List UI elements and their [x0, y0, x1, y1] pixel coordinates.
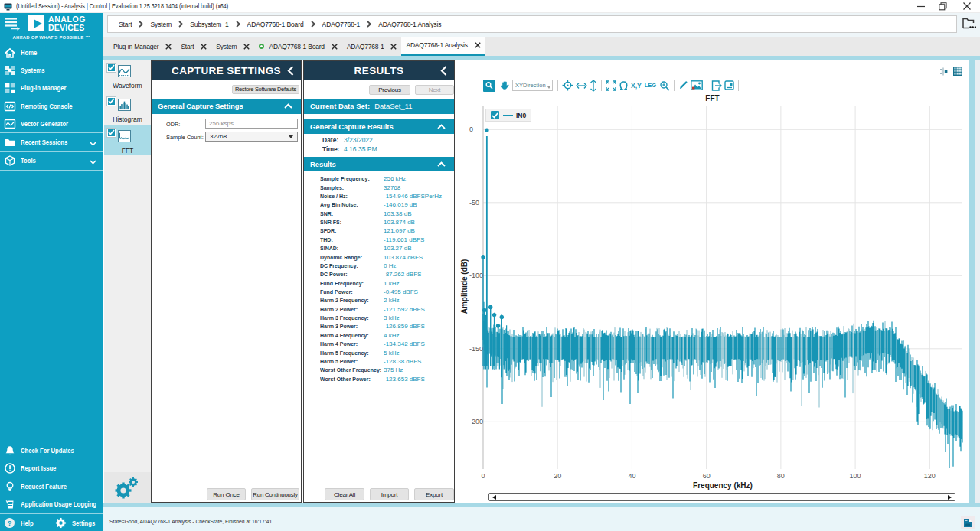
right-margin: [975, 60, 980, 503]
fft-plot[interactable]: [456, 60, 969, 503]
tab-start[interactable]: Start: [176, 37, 211, 56]
sidebar-item-home[interactable]: Home: [0, 44, 103, 61]
clear-all-button[interactable]: Clear All: [325, 488, 364, 500]
run-once-button[interactable]: Run Once: [207, 488, 246, 500]
scroll-left-icon[interactable]: [492, 495, 496, 500]
sidebar-item-tools[interactable]: Tools: [0, 152, 103, 170]
result-value: 0 Hz: [384, 262, 396, 269]
sidebar-item-check-for-updates[interactable]: Check For Updates: [0, 442, 103, 460]
x-tick-label: 40: [616, 472, 647, 480]
minimize-button[interactable]: [910, 0, 932, 12]
tab-close-icon[interactable]: [390, 44, 397, 50]
result-value: -126.859 dBFS: [384, 323, 425, 330]
run-continuously-button[interactable]: Run Continuously: [251, 488, 299, 500]
sidebar-item-systems[interactable]: Systems: [0, 61, 103, 79]
sample-count-select[interactable]: 32768: [205, 132, 298, 142]
results-section-bar[interactable]: Results: [304, 157, 454, 172]
result-row: Worst Other Frequency:375 Hz: [304, 366, 454, 375]
tab-adaq7768-1-analysis[interactable]: ADAQ7768-1 Analysis: [401, 37, 485, 56]
sidebar-item-plug-in-manager[interactable]: Plug-in Manager: [0, 80, 103, 97]
result-label: DC Frequency:: [320, 262, 358, 269]
report-issue-icon: [4, 462, 16, 474]
previous-button[interactable]: Previous: [369, 85, 410, 95]
chart-h-scrollbar[interactable]: [488, 493, 956, 501]
toolstrip-item-fft[interactable]: FFT: [104, 125, 151, 155]
result-label: Harm 2 Power:: [320, 306, 358, 313]
status-tray-icon[interactable]: [961, 516, 975, 529]
breadcrumb-item[interactable]: ADAQ7768-1 Analysis: [378, 21, 441, 28]
tab-close-icon[interactable]: [332, 44, 338, 50]
tab-close-icon[interactable]: [201, 44, 207, 50]
restore-button[interactable]: [932, 0, 953, 12]
general-capture-results-bar[interactable]: General Capture Results: [304, 119, 454, 135]
result-row: SNR FS:103.874 dB: [304, 219, 454, 227]
next-button[interactable]: Next: [415, 85, 454, 95]
breadcrumb-item[interactable]: ADAQ7768-1: [322, 21, 361, 28]
result-row: SFDR:121.097 dB: [304, 227, 454, 236]
breadcrumb-item[interactable]: System: [150, 21, 172, 28]
tab-close-icon[interactable]: [243, 44, 250, 50]
collapse-section-icon[interactable]: [284, 103, 292, 109]
sidebar-item-settings[interactable]: Settings: [51, 515, 98, 531]
breadcrumb-chevron-icon: [236, 21, 240, 28]
sidebar-item-recent-sessions[interactable]: Recent Sessions: [0, 133, 103, 151]
result-value: -128.38 dBFS: [384, 358, 421, 365]
sidebar-item-help[interactable]: ?Help: [0, 515, 34, 531]
breadcrumb-chevron-icon: [139, 21, 143, 28]
odr-input[interactable]: [205, 119, 298, 129]
status-text: State=Good, ADAQ7768-1 Analysis - CheckS…: [109, 518, 272, 525]
breadcrumb-item[interactable]: Start: [119, 21, 132, 28]
general-capture-settings-bar[interactable]: General Capture Settings: [152, 99, 301, 114]
chevron-down-icon[interactable]: [90, 135, 96, 149]
menu-toggle-icon[interactable]: [4, 17, 22, 31]
sidebar-item-remoting-console[interactable]: Remoting Console: [0, 97, 103, 115]
result-label: Harm 4 Frequency:: [320, 332, 369, 339]
sidebar-item-vector-generator[interactable]: Vector Generator: [0, 115, 103, 132]
tab-system[interactable]: System: [211, 37, 254, 56]
result-label: Harm 4 Power:: [320, 340, 358, 347]
time-label: Time:: [322, 145, 340, 153]
recent-sessions-icon: [4, 136, 16, 148]
help-icon: ?: [4, 517, 15, 529]
sidebar-item-application-usage-logging[interactable]: Application Usage Logging: [0, 495, 103, 513]
toolstrip-item-histogram[interactable]: Histogram: [104, 94, 151, 125]
restore-defaults-button[interactable]: Restore Software Defaults: [232, 85, 299, 95]
chevron-down-icon[interactable]: [90, 154, 96, 168]
scroll-right-icon[interactable]: [948, 495, 952, 500]
checkbox-checked-icon[interactable]: [107, 97, 116, 106]
analysis-settings-button[interactable]: [104, 472, 151, 503]
app-window: (Untitled Session) - Analysis | Control …: [0, 0, 980, 531]
tab-close-icon[interactable]: [475, 42, 481, 48]
sidebar-item-label: Help: [21, 520, 34, 527]
tab-close-icon[interactable]: [165, 44, 172, 50]
sidebar-item-report-issue[interactable]: Report Issue: [0, 460, 103, 477]
result-row: Harm 2 Power:-121.592 dBFS: [304, 306, 454, 314]
export-button[interactable]: Export: [414, 488, 454, 500]
session-folder-icon[interactable]: [962, 16, 977, 30]
import-button[interactable]: Import: [370, 488, 409, 500]
collapse-results-panel-icon[interactable]: [440, 66, 447, 76]
tab-adaq7768-1[interactable]: ADAQ7768-1: [342, 37, 402, 56]
tab-adaq7768-1-board[interactable]: ADAQ7768-1 Board: [254, 37, 341, 56]
sidebar-divider: [0, 170, 103, 171]
collapse-general-results-icon[interactable]: [437, 124, 446, 129]
breadcrumb-item[interactable]: Subsystem_1: [190, 21, 228, 28]
collapse-capture-panel-icon[interactable]: [287, 66, 294, 76]
checkbox-checked-icon[interactable]: [107, 129, 116, 137]
sidebar-item-label: Remoting Console: [21, 103, 73, 110]
breadcrumb-item[interactable]: ADAQ7768-1 Board: [247, 21, 304, 28]
sidebar-item-label: Settings: [72, 520, 95, 527]
sidebar-item-request-feature[interactable]: Request Feature: [0, 477, 103, 495]
title-bar: (Untitled Session) - Analysis | Control …: [0, 0, 980, 13]
histogram-thumb-icon: [118, 99, 131, 111]
result-label: Harm 3 Power:: [320, 323, 358, 330]
toolstrip-item-waveform[interactable]: Waveform: [104, 60, 151, 94]
tab-plug-in-manager[interactable]: Plug-in Manager: [109, 37, 176, 56]
collapse-results-section-icon[interactable]: [437, 161, 446, 167]
sidebar-item-label: Application Usage Logging: [21, 500, 96, 508]
checkbox-checked-icon[interactable]: [107, 64, 116, 72]
close-button[interactable]: [956, 0, 978, 12]
breadcrumb-chevron-icon: [311, 21, 315, 28]
toolstrip-item-label: FFT: [104, 147, 151, 155]
tab-label: ADAQ7768-1 Board: [269, 43, 324, 50]
